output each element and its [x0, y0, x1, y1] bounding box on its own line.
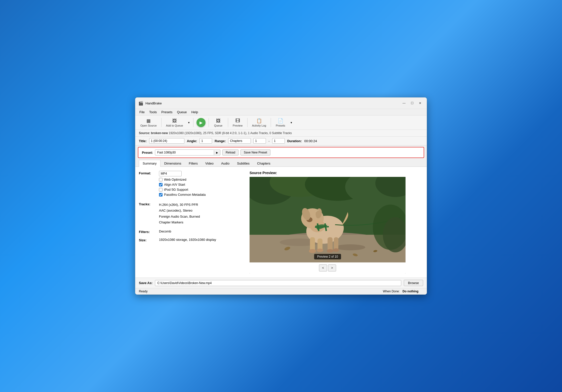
- format-row: Format: MP4 Web Optimized Align A/V Star…: [139, 171, 245, 198]
- minimize-button[interactable]: —: [400, 100, 408, 107]
- when-done-spacer: [401, 290, 402, 293]
- tab-filters[interactable]: Filters: [185, 160, 202, 167]
- browse-button[interactable]: Browse: [404, 280, 423, 286]
- add-queue-icon: 🖼: [172, 118, 177, 124]
- track-2: AAC (avcodec), Stereo: [159, 208, 245, 213]
- tab-subtitles[interactable]: Subtitles: [233, 160, 253, 167]
- svg-point-21: [309, 249, 316, 253]
- content-area: Format: MP4 Web Optimized Align A/V Star…: [135, 167, 427, 278]
- format-label: Format:: [139, 171, 159, 175]
- app-title: HandBrake: [145, 101, 162, 105]
- menu-queue[interactable]: Queue: [175, 109, 189, 115]
- title-select[interactable]: 1 (00:00:24): [149, 138, 184, 144]
- right-panel: Source Preview:: [250, 171, 423, 273]
- passthru-checkbox[interactable]: [159, 193, 163, 197]
- queue-button[interactable]: 🖼 Queue: [211, 117, 226, 128]
- preview-controls: < >: [250, 262, 406, 273]
- track-4: Chapter Markers: [159, 219, 245, 225]
- angle-select[interactable]: 1: [199, 138, 212, 144]
- range-from-select[interactable]: 1: [253, 138, 266, 144]
- tab-summary[interactable]: Summary: [139, 160, 160, 167]
- range-dash: -: [268, 139, 269, 143]
- preset-field: ▶: [155, 149, 220, 155]
- preview-button[interactable]: 🎞 Preview: [230, 117, 245, 128]
- toolbar-separator-5: [247, 118, 248, 127]
- menu-help[interactable]: Help: [189, 109, 200, 115]
- when-done-section: When Done: Do nothing: [383, 290, 423, 293]
- svg-rect-20: [334, 237, 338, 250]
- ready-status: Ready: [139, 290, 148, 293]
- toolbar-separator-3: [209, 118, 209, 127]
- ipod-checkbox[interactable]: [159, 188, 163, 191]
- title-label: Title:: [139, 139, 147, 143]
- web-optimized-label: Web Optimized: [164, 178, 186, 181]
- tabs-bar: Summary Dimensions Filters Video Audio S…: [135, 160, 427, 167]
- presets-button[interactable]: 📄 Presets: [273, 117, 288, 128]
- save-new-preset-button[interactable]: Save New Preset: [240, 149, 270, 155]
- align-av-checkbox[interactable]: [159, 183, 163, 186]
- web-optimized-row: Web Optimized: [159, 178, 245, 181]
- start-encode-button[interactable]: ▶: [196, 118, 206, 127]
- left-panel: Format: MP4 Web Optimized Align A/V Star…: [139, 171, 245, 273]
- preset-browse-arrow[interactable]: ▶: [214, 150, 220, 155]
- source-details: 1920x1080 (1920x1080), 25 FPS, SDR (8-bi…: [169, 131, 292, 135]
- tab-video[interactable]: Video: [202, 160, 217, 167]
- svg-point-9: [335, 244, 365, 250]
- open-source-button[interactable]: ▦ Open Source: [138, 117, 159, 128]
- preview-svg: [250, 177, 406, 262]
- toolbar-separator-2: [193, 118, 193, 127]
- preset-input[interactable]: [155, 150, 214, 155]
- web-optimized-checkbox[interactable]: [159, 178, 163, 181]
- activity-log-label: Activity Log: [252, 124, 266, 127]
- save-path-input[interactable]: [155, 280, 401, 286]
- when-done-select[interactable]: Do nothing: [403, 290, 423, 293]
- toolbar: ▦ Open Source 🖼 Add to Queue ▼ ▶ 🖼 Queue…: [135, 115, 427, 130]
- title-bar-left: 🎬 HandBrake: [138, 101, 162, 106]
- passthru-row: Passthru Common Metadata: [159, 193, 245, 197]
- tab-audio[interactable]: Audio: [217, 160, 233, 167]
- preview-next-button[interactable]: >: [328, 264, 336, 271]
- presets-dropdown-arrow[interactable]: ▼: [289, 121, 294, 125]
- open-source-label: Open Source: [140, 124, 157, 127]
- add-queue-dropdown-arrow[interactable]: ▼: [187, 121, 191, 125]
- reload-button[interactable]: Reload: [222, 149, 238, 155]
- source-info-bar: Source: broken-new 1920x1080 (1920x1080)…: [135, 130, 427, 137]
- tab-dimensions[interactable]: Dimensions: [160, 160, 185, 167]
- maximize-button[interactable]: ☐: [409, 100, 416, 107]
- activity-log-button[interactable]: 📋 Activity Log: [250, 117, 269, 128]
- filters-value: Decomb: [159, 229, 245, 233]
- tab-chapters[interactable]: Chapters: [253, 160, 274, 167]
- toolbar-separator-1: [161, 118, 162, 127]
- menu-file[interactable]: File: [137, 109, 147, 115]
- title-bar-controls: — ☐ ✕: [400, 100, 424, 107]
- format-value: MP4 Web Optimized Align A/V Start iPod 5…: [159, 171, 245, 198]
- preview-icon: 🎞: [235, 118, 240, 124]
- svg-rect-19: [328, 237, 333, 251]
- add-to-queue-button[interactable]: 🖼 Add to Queue: [164, 117, 186, 128]
- preview-label: Preview: [233, 124, 243, 127]
- tracks-label: Tracks:: [139, 202, 159, 206]
- range-select[interactable]: Chapters: [228, 138, 251, 144]
- tracks-value: H.264 (x264), 30 FPS PFR AAC (avcodec), …: [159, 202, 245, 225]
- source-preview-label: Source Preview:: [250, 171, 423, 175]
- main-window: 🎬 HandBrake — ☐ ✕ File Tools Presets Que…: [135, 97, 427, 295]
- presets-icon: 📄: [278, 118, 283, 124]
- preview-prev-button[interactable]: <: [319, 264, 327, 271]
- source-label: Source:: [139, 131, 150, 135]
- preset-label: Preset:: [142, 151, 153, 154]
- format-select[interactable]: MP4: [159, 171, 182, 176]
- duration-label: Duration:: [287, 139, 302, 143]
- align-av-label: Align A/V Start: [164, 183, 185, 186]
- title-row: Title: 1 (00:00:24) Angle: 1 Range: Chap…: [135, 137, 427, 145]
- size-label: Size:: [139, 238, 159, 242]
- filters-label: Filters:: [139, 229, 159, 234]
- ipod-label: iPod 5G Support: [164, 188, 188, 191]
- range-to-select[interactable]: 1: [272, 138, 285, 144]
- menu-presets[interactable]: Presets: [159, 109, 174, 115]
- track-3: Foreign Audio Scan, Burned: [159, 214, 245, 219]
- toolbar-separator-4: [228, 118, 228, 127]
- close-button[interactable]: ✕: [417, 100, 424, 107]
- menu-bar: File Tools Presets Queue Help: [135, 109, 427, 115]
- menu-tools[interactable]: Tools: [147, 109, 159, 115]
- status-bar: Ready When Done: Do nothing: [135, 288, 427, 294]
